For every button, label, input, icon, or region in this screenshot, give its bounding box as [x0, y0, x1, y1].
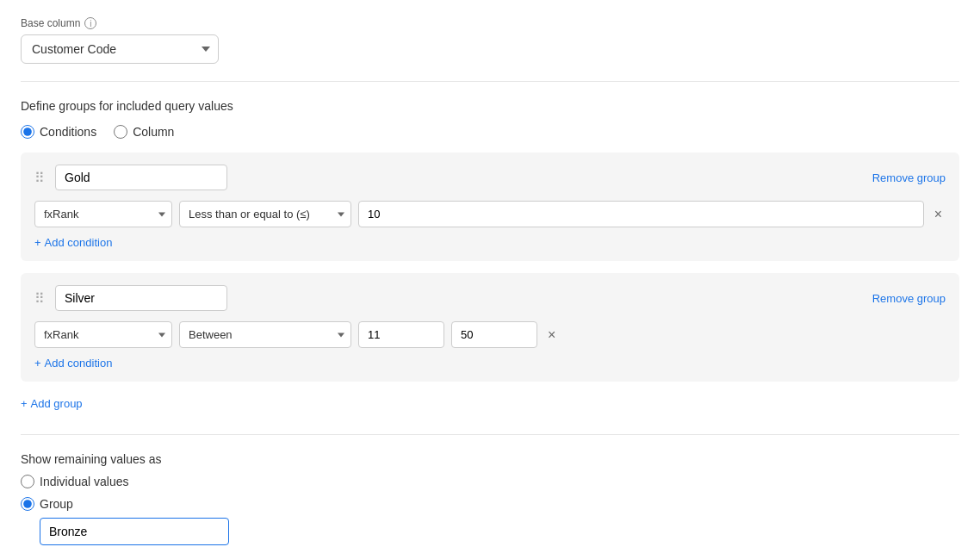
silver-operator-select-wrap: Between Less than or equal to (≤) Greate…: [179, 321, 351, 348]
remove-condition-gold-0-button[interactable]: ×: [931, 206, 946, 223]
radio-conditions-input[interactable]: [21, 125, 34, 139]
gold-operator-select[interactable]: Less than or equal to (≤) Greater than (…: [179, 201, 351, 227]
radio-individual-input[interactable]: [21, 475, 34, 488]
group-gold-name-row: ⠿: [34, 165, 227, 190]
drag-handle-gold[interactable]: ⠿: [34, 170, 45, 186]
divider-2: [21, 434, 959, 435]
radio-group-input[interactable]: [21, 497, 34, 511]
info-icon: i: [84, 17, 96, 29]
base-column-section: Base column i Customer Code Customer Nam…: [21, 17, 959, 64]
silver-column-select-wrap: fxRank CustomerCode Region: [34, 321, 172, 348]
radio-conditions[interactable]: Conditions: [21, 125, 96, 139]
silver-between-inputs: [358, 321, 537, 348]
remaining-radio-group: Individual values Group: [21, 475, 959, 511]
remove-condition-silver-0-button[interactable]: ×: [544, 326, 559, 344]
show-remaining-title: Show remaining values as: [21, 452, 959, 466]
add-condition-gold-button[interactable]: + Add condition: [34, 236, 112, 249]
define-groups-title: Define groups for included query values: [21, 99, 959, 113]
drag-handle-silver[interactable]: ⠿: [34, 290, 45, 307]
silver-operator-select[interactable]: Between Less than or equal to (≤) Greate…: [179, 321, 351, 348]
radio-individual-values[interactable]: Individual values: [21, 475, 959, 488]
base-column-label: Base column i: [21, 17, 959, 29]
silver-value1-input[interactable]: [358, 321, 444, 348]
silver-value2-input[interactable]: [451, 321, 537, 348]
mode-radio-group: Conditions Column: [21, 125, 959, 139]
radio-group-remaining[interactable]: Group: [21, 497, 959, 511]
gold-column-select[interactable]: fxRank CustomerCode Region: [34, 201, 172, 227]
silver-column-select[interactable]: fxRank CustomerCode Region: [34, 321, 172, 348]
group-gold-name-input[interactable]: [55, 165, 227, 190]
radio-column-input[interactable]: [114, 125, 127, 139]
group-gold-header: ⠿ Remove group: [34, 165, 946, 190]
gold-column-select-wrap: fxRank CustomerCode Region: [34, 201, 172, 227]
remove-group-silver-button[interactable]: Remove group: [872, 292, 946, 305]
gold-operator-select-wrap: Less than or equal to (≤) Greater than (…: [179, 201, 351, 227]
group-gold: ⠿ Remove group fxRank CustomerCode Regio…: [21, 152, 959, 261]
condition-gold-row-0: fxRank CustomerCode Region Less than or …: [34, 201, 946, 227]
condition-silver-row-0: fxRank CustomerCode Region Between Less …: [34, 321, 946, 348]
group-silver-name-input[interactable]: [55, 285, 227, 311]
show-remaining-section: Show remaining values as Individual valu…: [21, 452, 959, 545]
remaining-group-name-input[interactable]: [40, 518, 229, 545]
define-groups-section: Define groups for included query values …: [21, 99, 959, 413]
group-silver-name-row: ⠿: [34, 285, 227, 311]
add-condition-silver-button[interactable]: + Add condition: [34, 357, 112, 370]
base-column-select[interactable]: Customer Code Customer Name Region: [21, 34, 219, 64]
group-silver: ⠿ Remove group fxRank CustomerCode Regio…: [21, 273, 959, 382]
remaining-group-name-wrap: [40, 518, 959, 545]
gold-value-input[interactable]: [358, 201, 924, 227]
divider-1: [21, 81, 959, 82]
group-silver-header: ⠿ Remove group: [34, 285, 946, 311]
add-group-button[interactable]: + Add group: [21, 394, 83, 413]
radio-column[interactable]: Column: [114, 125, 174, 139]
remove-group-gold-button[interactable]: Remove group: [872, 171, 946, 184]
base-column-dropdown-wrap: Customer Code Customer Name Region: [21, 34, 219, 64]
